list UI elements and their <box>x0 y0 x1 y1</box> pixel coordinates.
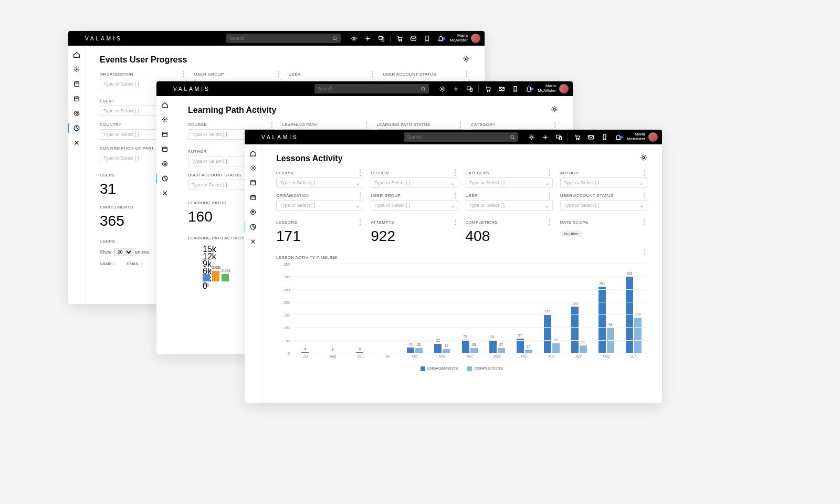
date-scope-chip[interactable]: No filter <box>560 230 583 237</box>
filter-select[interactable]: Type or Select [ ] <box>371 177 458 188</box>
stat-menu-icon[interactable]: ⋮ <box>452 219 458 225</box>
page-settings-icon[interactable] <box>640 154 647 163</box>
filter-menu-icon[interactable]: ⋮ <box>363 121 370 128</box>
user-menu[interactable]: MariaMcAllister <box>447 34 485 43</box>
filter-select[interactable]: Type or Select [ ] <box>560 200 647 211</box>
filter-menu-icon[interactable]: ⋮ <box>369 71 375 77</box>
bookmark-icon[interactable] <box>597 134 611 141</box>
filter-menu-icon[interactable]: ⋮ <box>357 192 363 198</box>
filter-menu-icon[interactable]: ⋮ <box>181 71 187 77</box>
nav-compass-icon[interactable] <box>73 66 80 73</box>
filter-select[interactable]: Type or Select [ ] <box>466 177 553 188</box>
nav-home-icon[interactable] <box>249 150 257 157</box>
bell-icon[interactable] <box>611 134 625 141</box>
page-size-select[interactable]: 20 <box>114 248 133 256</box>
nav-book-icon[interactable] <box>249 179 257 186</box>
filter-label: USER <box>466 193 553 198</box>
nav-tools-icon[interactable] <box>249 238 257 245</box>
nav-compass-icon[interactable] <box>249 164 257 172</box>
filter-menu-icon[interactable]: ⋮ <box>452 170 458 176</box>
search-box[interactable] <box>314 84 429 93</box>
filter-label: USER <box>289 72 376 77</box>
search-box[interactable] <box>404 132 518 142</box>
filter-select[interactable]: Type or Select [ ] <box>276 177 363 188</box>
plus-icon[interactable] <box>361 35 374 42</box>
nav-calendar-icon[interactable] <box>73 95 80 102</box>
filter-menu-icon[interactable]: ⋮ <box>457 121 464 128</box>
nav-reports-icon[interactable] <box>161 175 169 182</box>
search-box[interactable] <box>226 34 341 43</box>
nav-target-icon[interactable] <box>73 110 80 117</box>
filter-menu-icon[interactable]: ⋮ <box>452 192 458 198</box>
separator <box>390 35 391 42</box>
nav-tools-icon[interactable] <box>161 190 169 197</box>
devices-icon[interactable] <box>552 134 565 141</box>
cart-icon[interactable] <box>570 134 584 141</box>
svg-point-15 <box>442 88 444 90</box>
nav-reports-icon[interactable] <box>73 124 80 132</box>
stat-menu-icon[interactable]: ⋮ <box>547 219 553 225</box>
hamburger-icon[interactable] <box>245 130 259 144</box>
filter-label: USER ACCOUNT STATUS <box>383 72 470 77</box>
nav-target-icon[interactable] <box>161 160 169 167</box>
filter-menu-icon[interactable]: ⋮ <box>547 192 553 198</box>
user-menu[interactable]: MariaMcAllister <box>625 132 662 142</box>
bell-icon[interactable] <box>434 35 447 42</box>
stat-menu-icon[interactable]: ⋮ <box>357 219 363 225</box>
hamburger-icon[interactable] <box>156 81 171 96</box>
filter-menu-icon[interactable]: ⋮ <box>275 71 281 77</box>
bookmark-icon[interactable] <box>508 86 522 92</box>
bell-icon[interactable] <box>522 86 536 92</box>
plus-icon[interactable] <box>538 134 552 141</box>
gear-icon[interactable] <box>347 35 361 42</box>
plus-icon[interactable] <box>449 86 463 92</box>
user-menu[interactable]: MariaMcAllister <box>536 84 573 93</box>
nav-book-icon[interactable] <box>161 131 169 138</box>
filter-menu-icon[interactable]: ⋮ <box>552 121 558 128</box>
filter-select[interactable]: Type or Select [ ] <box>276 200 363 211</box>
filter-menu-icon[interactable]: ⋮ <box>269 121 275 128</box>
chart-menu-icon[interactable]: ⋮ <box>641 248 647 255</box>
filter-menu-icon[interactable]: ⋮ <box>357 170 363 176</box>
filter-select[interactable]: Type or Select [ ] <box>560 177 647 188</box>
filter-menu-icon[interactable]: ⋮ <box>641 170 647 176</box>
search-input[interactable] <box>229 36 332 41</box>
nav-book-icon[interactable] <box>73 80 80 88</box>
filter-select[interactable]: Type or Select [ ] <box>466 200 553 211</box>
gear-icon[interactable] <box>435 86 449 92</box>
nav-home-icon[interactable] <box>161 101 169 109</box>
gear-icon[interactable] <box>524 134 538 141</box>
nav-compass-icon[interactable] <box>161 116 169 123</box>
x-tick: Jul <box>292 354 319 364</box>
mail-icon[interactable] <box>406 35 420 42</box>
nav-target-icon[interactable] <box>249 208 257 216</box>
cart-icon[interactable] <box>481 86 495 92</box>
x-tick: Jun <box>620 354 647 364</box>
nav-tools-icon[interactable] <box>73 139 80 146</box>
filter-menu-icon[interactable]: ⋮ <box>547 170 553 176</box>
x-tick: 2022 <box>484 354 511 364</box>
nav-reports-icon[interactable] <box>249 223 257 230</box>
hamburger-icon[interactable] <box>68 31 83 46</box>
filter-select[interactable]: Type or Select [ ] <box>371 200 458 211</box>
cart-icon[interactable] <box>393 35 406 42</box>
filter-menu-icon[interactable]: ⋮ <box>641 192 647 198</box>
search-input[interactable] <box>318 86 421 91</box>
nav-calendar-icon[interactable] <box>249 194 257 201</box>
filter-label: ORGANIZATION <box>276 193 363 198</box>
search-input[interactable] <box>407 134 510 140</box>
mail-icon[interactable] <box>584 134 597 141</box>
nav-calendar-icon[interactable] <box>161 145 169 153</box>
bookmark-icon[interactable] <box>420 35 434 42</box>
devices-icon[interactable] <box>463 86 476 92</box>
page-settings-icon[interactable] <box>463 55 470 65</box>
col-name[interactable]: NAME <box>100 261 116 266</box>
col-email[interactable]: EMAIL <box>127 261 143 266</box>
page-settings-icon[interactable] <box>551 106 558 115</box>
mail-icon[interactable] <box>495 86 508 92</box>
x-tick: May <box>593 354 620 364</box>
filter-menu-icon[interactable]: ⋮ <box>464 71 470 77</box>
nav-home-icon[interactable] <box>73 51 80 58</box>
devices-icon[interactable] <box>374 35 388 42</box>
stat-menu-icon[interactable]: ⋮ <box>641 219 647 225</box>
